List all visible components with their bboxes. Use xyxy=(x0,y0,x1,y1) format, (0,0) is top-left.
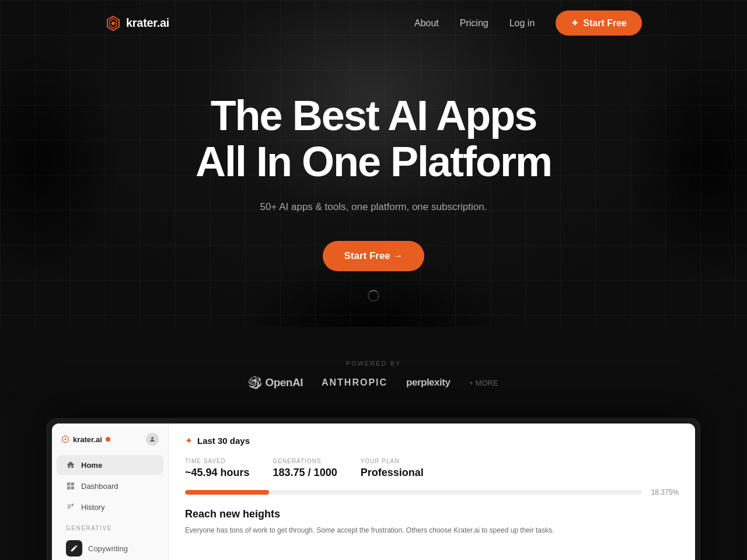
anthropic-label: ANTHROPIC xyxy=(322,377,388,388)
svg-point-4 xyxy=(65,439,67,440)
app-inner: krater.ai Home xyxy=(52,424,695,560)
nav-login[interactable]: Log in xyxy=(509,18,535,29)
sidebar-history-label: History xyxy=(81,503,104,512)
nav-logo[interactable]: krater.ai xyxy=(105,15,169,32)
app-main: ✦ Last 30 days TIME SAVED ~45.94 hours G… xyxy=(169,424,695,560)
app-preview-wrapper: krater.ai Home xyxy=(23,407,724,560)
sidebar-copywriting-label: Copywriting xyxy=(88,544,128,553)
nav-about[interactable]: About xyxy=(414,18,439,29)
sidebar-logo: krater.ai xyxy=(61,435,110,444)
hero-title-line2: All In One Platform xyxy=(196,138,551,185)
hero-title: The Best AI Apps All In One Platform xyxy=(12,93,735,185)
app-main-header: ✦ Last 30 days xyxy=(185,435,679,446)
sidebar-item-dashboard[interactable]: Dashboard xyxy=(57,476,163,496)
stats-row: TIME SAVED ~45.94 hours GENERATIONS 183.… xyxy=(185,458,679,479)
reach-new-heights-title: Reach new heights xyxy=(185,508,679,520)
sidebar-item-copywriting[interactable]: Copywriting xyxy=(57,535,163,560)
sidebar-logo-dot xyxy=(106,437,110,442)
stat-time-saved-value: ~45.94 hours xyxy=(185,467,250,479)
anthropic-logo: ANTHROPIC xyxy=(322,377,388,388)
home-icon xyxy=(66,460,75,470)
krater-logo-icon xyxy=(105,15,121,32)
app-sidebar: krater.ai Home xyxy=(52,424,169,560)
copywriting-icon xyxy=(70,544,78,552)
nav-start-free-label: Start Free xyxy=(583,18,627,29)
navbar: krater.ai About Pricing Log in ✦ Start F… xyxy=(0,0,747,46)
nav-links: About Pricing Log in ✦ Start Free xyxy=(414,10,642,36)
powered-by-logos: OpenAI ANTHROPIC perplexity + MORE xyxy=(12,376,735,389)
nav-start-free-button[interactable]: ✦ Start Free xyxy=(556,10,642,36)
powered-by-label: POWERED BY xyxy=(12,360,735,367)
sidebar-home-label: Home xyxy=(81,461,102,470)
progress-bar-bg xyxy=(185,490,642,495)
openai-label: OpenAI xyxy=(265,376,303,389)
start-free-icon: ✦ xyxy=(571,18,578,29)
perplexity-label: perplexity xyxy=(406,377,450,388)
history-icon xyxy=(66,502,75,512)
reach-new-heights-desc: Everyone has tons of work to get through… xyxy=(185,525,679,536)
powered-by-section: POWERED BY OpenAI ANTHROPIC perplexity +… xyxy=(0,337,747,407)
svg-point-5 xyxy=(151,437,153,439)
progress-row: 18.375% xyxy=(185,488,679,496)
stat-generations-value: 183.75 / 1000 xyxy=(273,467,337,479)
hero-subtitle: 50+ AI apps & tools, one platform, one s… xyxy=(12,201,735,213)
nav-pricing[interactable]: Pricing xyxy=(460,18,488,29)
orange-star-icon: ✦ xyxy=(185,435,193,446)
spinner-icon xyxy=(368,290,379,302)
hero-start-free-button[interactable]: Start Free → xyxy=(323,241,424,271)
app-main-period: Last 30 days xyxy=(197,436,250,446)
stat-plan-value: Professional xyxy=(361,467,424,479)
stat-plan: YOUR PLAN Professional xyxy=(361,458,424,479)
dashboard-icon xyxy=(66,481,75,491)
stat-plan-label: YOUR PLAN xyxy=(361,458,424,464)
sidebar-dashboard-label: Dashboard xyxy=(81,482,118,491)
svg-point-2 xyxy=(111,22,115,25)
openai-icon xyxy=(249,376,261,389)
sidebar-item-home[interactable]: Home xyxy=(57,455,163,475)
sidebar-item-history[interactable]: History xyxy=(57,497,163,517)
sidebar-logo-row: krater.ai xyxy=(52,433,168,455)
progress-pct: 18.375% xyxy=(651,488,679,496)
sidebar-user-icon[interactable] xyxy=(146,433,159,446)
perplexity-logo: perplexity xyxy=(406,377,450,388)
sidebar-section-generative: GENERATIVE xyxy=(52,518,168,535)
hero-cta-label: Start Free → xyxy=(344,250,403,262)
stat-time-saved-label: TIME SAVED xyxy=(185,458,250,464)
progress-bar-fill xyxy=(185,490,269,495)
sidebar-logo-text: krater.ai xyxy=(73,435,102,444)
stat-generations: GENERATIONS 183.75 / 1000 xyxy=(273,458,337,479)
openai-logo: OpenAI xyxy=(249,376,303,389)
user-icon xyxy=(149,436,156,443)
app-preview: krater.ai Home xyxy=(47,418,700,560)
sidebar-logo-icon xyxy=(61,435,69,443)
nav-logo-text: krater.ai xyxy=(126,16,169,30)
more-label: + MORE xyxy=(469,379,498,387)
stat-generations-label: GENERATIONS xyxy=(273,458,337,464)
copywriting-icon-bg xyxy=(66,540,82,556)
hero-title-line1: The Best AI Apps xyxy=(211,92,537,139)
stat-time-saved: TIME SAVED ~45.94 hours xyxy=(185,458,250,479)
hero-section: The Best AI Apps All In One Platform 50+… xyxy=(0,46,747,337)
